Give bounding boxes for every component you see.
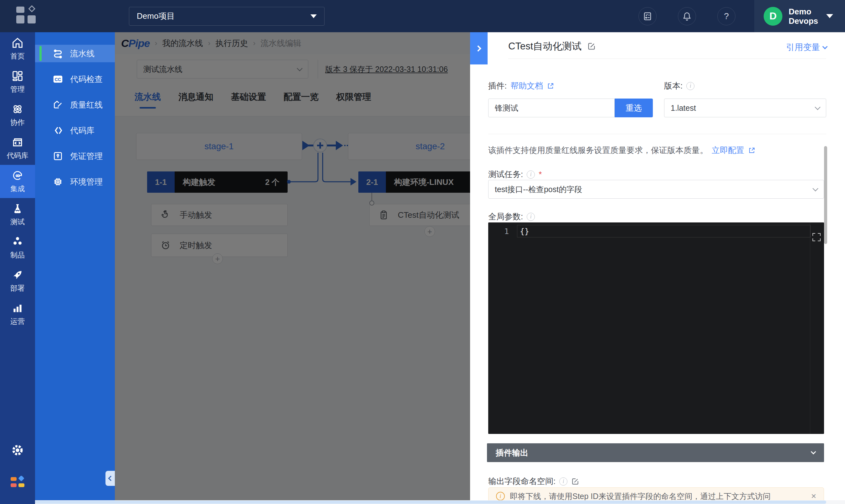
test-task-select[interactable]: test接口--检查post的字段	[488, 180, 824, 199]
sidebar-item-environment[interactable]: 环境管理	[35, 173, 115, 191]
global-params-label: 全局参数:	[488, 211, 523, 222]
info-icon[interactable]: i	[686, 82, 694, 90]
chevron-down-icon	[311, 14, 317, 18]
rail-item-operations[interactable]: 运营	[0, 298, 35, 331]
app-logo-icon[interactable]	[16, 6, 38, 26]
reference-variable-link[interactable]: 引用变量	[786, 42, 827, 53]
test-task-label: 测试任务:	[488, 169, 523, 180]
sidebar-item-pipeline[interactable]: 流水线	[35, 45, 115, 62]
rail-item-integration[interactable]: 集成	[0, 165, 35, 198]
help-button[interactable]: ?	[717, 7, 736, 25]
sidebar-item-label: 凭证管理	[70, 151, 103, 162]
chevron-down-icon	[823, 44, 828, 50]
flask-icon	[12, 203, 23, 215]
external-link-icon[interactable]	[547, 82, 554, 90]
warning-info-icon: i	[496, 492, 505, 501]
reselect-button[interactable]: 重选	[615, 98, 653, 117]
info-icon[interactable]: i	[527, 213, 535, 221]
code-check-icon: CC	[53, 74, 63, 85]
rail-item-home[interactable]: 首页	[0, 32, 35, 66]
app-grid-logo-icon[interactable]	[10, 476, 25, 489]
divider	[488, 134, 826, 134]
home-icon	[12, 37, 23, 49]
primary-nav-rail: 首页 管理 协作 代码库 集成 测试 制品 部署	[0, 32, 35, 504]
sidebar-item-quality-gate[interactable]: 质量红线	[35, 96, 115, 113]
rail-item-test[interactable]: 测试	[0, 198, 35, 231]
chevron-down-icon	[811, 449, 816, 454]
sidebar-item-label: 流水线	[70, 48, 94, 59]
rail-item-deploy[interactable]: 部署	[0, 264, 35, 298]
version-label-row: 版本: i	[664, 80, 694, 91]
divider	[508, 58, 826, 59]
help-doc-link[interactable]: 帮助文档	[510, 80, 543, 91]
environment-icon	[53, 177, 63, 187]
user-menu[interactable]: D Demo Devops	[754, 0, 845, 32]
project-select[interactable]: Demo项目	[129, 7, 324, 26]
close-icon[interactable]: ×	[811, 491, 816, 501]
sidebar-item-code-check[interactable]: CC 代码检查	[35, 70, 115, 88]
horizontal-scrollbar[interactable]	[35, 500, 845, 504]
notifications-button[interactable]	[678, 7, 696, 25]
task-list-button[interactable]	[638, 7, 656, 25]
sidebar-item-label: 质量红线	[70, 100, 103, 110]
editor-code-line[interactable]: {}	[517, 225, 811, 237]
artifact-icon	[12, 236, 23, 248]
user-name: Demo Devops	[789, 7, 818, 26]
collaboration-icon	[12, 103, 23, 115]
plugin-label-row: 插件: 帮助文档	[488, 80, 554, 91]
sidebar-item-label: 代码库	[70, 125, 94, 136]
test-task-select-value: test接口--检查post的字段	[495, 184, 582, 195]
plugin-config-drawer: CTest自动化测试 引用变量 插件: 帮助文档 版本: i 重选 1.late…	[470, 32, 845, 504]
sidebar-item-repo[interactable]: 代码库	[35, 122, 115, 139]
global-params-label-row: 全局参数: i	[488, 211, 535, 222]
quality-gate-icon	[53, 100, 63, 110]
edit-icon[interactable]	[587, 42, 596, 51]
plugin-output-section-header[interactable]: 插件输出	[487, 443, 824, 462]
info-icon[interactable]: i	[527, 170, 535, 179]
warning-text: 即将下线，请使用Step ID来设置插件字段的命名空间，通过上下文方式访问	[510, 491, 771, 502]
chevron-down-icon	[812, 185, 818, 191]
bell-icon	[682, 12, 692, 21]
sidebar-collapse-button[interactable]	[105, 471, 115, 486]
chevron-down-icon	[826, 14, 833, 18]
fullscreen-icon[interactable]	[812, 233, 821, 241]
edit-icon[interactable]	[571, 478, 579, 486]
required-asterisk: *	[539, 169, 542, 179]
info-icon[interactable]: i	[559, 478, 567, 486]
top-bar: Demo项目 ? D Demo Devops	[0, 0, 845, 32]
sidebar-item-credentials[interactable]: 凭证管理	[35, 147, 115, 165]
version-select[interactable]: 1.latest	[664, 98, 826, 117]
output-namespace-label: 输出字段命名空间:	[488, 476, 556, 487]
configure-now-link[interactable]: 立即配置	[712, 145, 744, 156]
quality-gate-hint: 该插件支持使用质量红线服务设置质量要求，保证版本质量。 立即配置	[488, 145, 756, 156]
secondary-sidebar: 流水线 CC 代码检查 质量红线 代码库 凭证管理 环境管理	[35, 32, 115, 504]
editor-guide-line	[810, 222, 810, 434]
rail-item-artifact[interactable]: 制品	[0, 231, 35, 264]
plugin-label: 插件:	[488, 80, 507, 91]
drawer-collapse-button[interactable]	[470, 32, 488, 65]
code-repo-icon	[12, 137, 23, 148]
test-task-label-row: 测试任务: i *	[488, 169, 542, 180]
integration-icon	[12, 169, 23, 181]
external-link-icon[interactable]	[748, 147, 756, 154]
rail-item-manage[interactable]: 管理	[0, 66, 35, 98]
drawer-scrollbar[interactable]	[824, 146, 827, 244]
rail-item-collaboration[interactable]: 协作	[0, 98, 35, 132]
repo-icon	[53, 125, 63, 136]
rail-item-code-repo[interactable]: 代码库	[0, 132, 35, 165]
gear-icon[interactable]	[11, 443, 24, 457]
global-params-editor[interactable]: 1 {}	[488, 222, 824, 434]
version-select-value: 1.latest	[671, 104, 696, 113]
plugin-name-input[interactable]	[488, 98, 615, 117]
output-namespace-label-row: 输出字段命名空间: i	[488, 476, 579, 487]
sidebar-item-label: 环境管理	[70, 177, 103, 187]
horizontal-scrollbar-thumb[interactable]	[35, 501, 826, 504]
chevron-down-icon	[815, 104, 820, 110]
pipeline-icon	[53, 48, 63, 59]
chevron-left-icon	[108, 476, 113, 481]
main-content: CPipe › 我的流水线 › 执行历史 › 流水线编辑 测试流水线 版本 3 …	[115, 32, 470, 504]
avatar: D	[764, 7, 782, 26]
drawer-backdrop-overlay[interactable]	[115, 32, 470, 504]
drawer-title: CTest自动化测试	[508, 40, 581, 53]
version-label: 版本:	[664, 80, 683, 91]
